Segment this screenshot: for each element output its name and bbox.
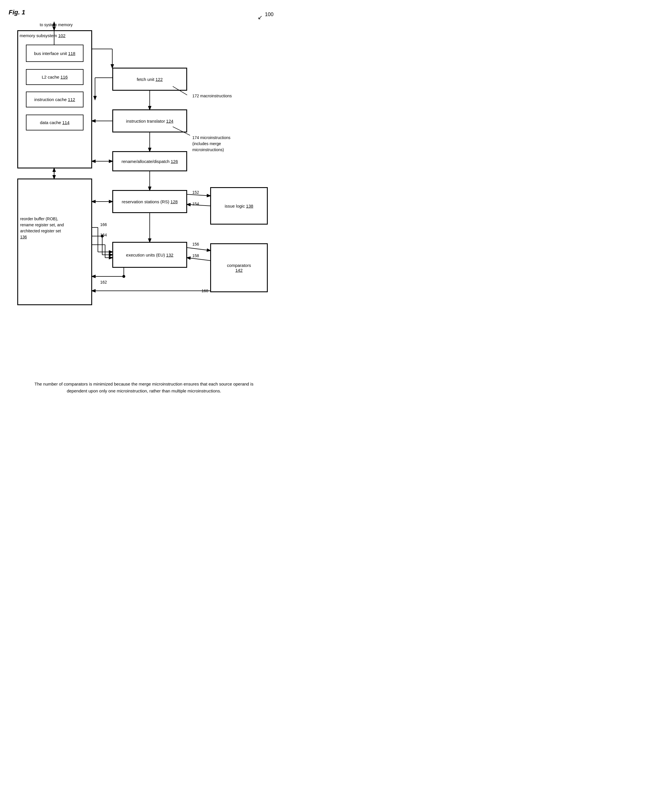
- arrow-100: ↙: [258, 14, 262, 21]
- reservation-stations-box: reservation stations (RS) 128: [112, 190, 187, 213]
- issue-logic-label: issue logic 138: [225, 204, 253, 209]
- svg-line-22: [187, 248, 210, 251]
- svg-point-26: [122, 275, 125, 278]
- svg-line-23: [187, 258, 210, 261]
- label-156: 156: [192, 242, 199, 246]
- l2-cache-box: L2 cache 116: [26, 69, 84, 85]
- instruction-cache-box: instruction cache 112: [26, 92, 84, 108]
- rename-allocate-box: rename/allocate/dispatch 126: [112, 151, 187, 171]
- execution-units-box: execution units (EU) 132: [112, 242, 187, 268]
- instruction-cache-label: instruction cache 112: [34, 97, 75, 102]
- label-158: 158: [192, 253, 199, 258]
- reservation-stations-label: reservation stations (RS) 128: [122, 199, 178, 204]
- rename-allocate-label: rename/allocate/dispatch 126: [122, 159, 178, 164]
- bus-interface-box: bus interface unit 118: [26, 45, 84, 62]
- l2-cache-label: L2 cache 116: [42, 75, 68, 79]
- caption-text: The number of comparators is minimized b…: [29, 381, 259, 394]
- instruction-translator-label: instruction translator 124: [126, 119, 173, 124]
- label-166: 166: [100, 222, 107, 227]
- bus-interface-label: bus interface unit 118: [34, 51, 75, 56]
- issue-logic-box: issue logic 138: [210, 187, 268, 225]
- fetch-unit-label: fetch unit 122: [137, 77, 163, 82]
- label-168: 168: [201, 288, 208, 293]
- label-162: 162: [100, 280, 107, 285]
- data-cache-box: data cache 114: [26, 114, 84, 130]
- rob-label: reorder buffer (ROB),rename register set…: [20, 216, 89, 240]
- ref-100: 100: [265, 11, 273, 18]
- comparators-label: comparators142: [227, 263, 251, 273]
- data-cache-label: data cache 114: [40, 120, 70, 125]
- figure-label: Fig. 1: [9, 9, 25, 16]
- instruction-translator-box: instruction translator 124: [112, 109, 187, 132]
- memory-subsystem-label: memory subsystem 102: [19, 33, 65, 38]
- fetch-unit-box: fetch unit 122: [112, 68, 187, 91]
- to-system-memory-label: to system memory: [40, 23, 72, 27]
- microinstructions-label: 174 microinstructions(includes mergemicr…: [192, 135, 230, 153]
- label-164: 164: [100, 233, 107, 237]
- execution-units-label: execution units (EU) 132: [126, 253, 173, 257]
- comparators-box: comparators142: [210, 243, 268, 292]
- macroinstructions-label: 172 macroinstructions: [192, 93, 232, 98]
- label-152: 152: [192, 190, 199, 195]
- label-154: 154: [192, 201, 199, 206]
- rob-box: [17, 179, 92, 305]
